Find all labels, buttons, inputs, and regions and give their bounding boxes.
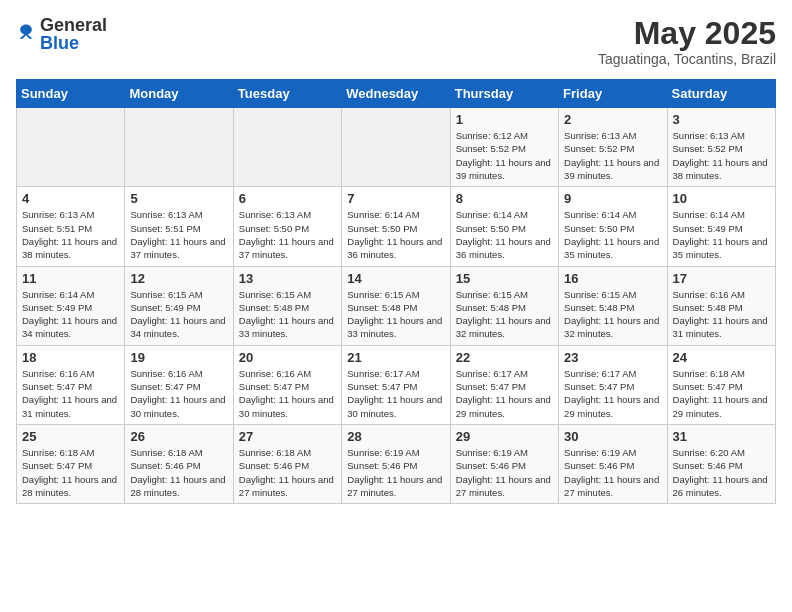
day-info: Sunrise: 6:15 AM Sunset: 5:48 PM Dayligh… <box>347 288 444 341</box>
day-info: Sunrise: 6:16 AM Sunset: 5:47 PM Dayligh… <box>130 367 227 420</box>
calendar-cell: 26Sunrise: 6:18 AM Sunset: 5:46 PM Dayli… <box>125 424 233 503</box>
day-info: Sunrise: 6:16 AM Sunset: 5:47 PM Dayligh… <box>239 367 336 420</box>
day-info: Sunrise: 6:15 AM Sunset: 5:48 PM Dayligh… <box>239 288 336 341</box>
calendar-table: SundayMondayTuesdayWednesdayThursdayFrid… <box>16 79 776 504</box>
day-number: 29 <box>456 429 553 444</box>
day-number: 13 <box>239 271 336 286</box>
day-number: 16 <box>564 271 661 286</box>
day-of-week-header: Saturday <box>667 80 775 108</box>
day-number: 28 <box>347 429 444 444</box>
calendar-cell: 23Sunrise: 6:17 AM Sunset: 5:47 PM Dayli… <box>559 345 667 424</box>
day-number: 4 <box>22 191 119 206</box>
day-number: 6 <box>239 191 336 206</box>
day-number: 3 <box>673 112 770 127</box>
day-number: 31 <box>673 429 770 444</box>
calendar-cell: 30Sunrise: 6:19 AM Sunset: 5:46 PM Dayli… <box>559 424 667 503</box>
calendar-cell <box>342 108 450 187</box>
day-info: Sunrise: 6:15 AM Sunset: 5:49 PM Dayligh… <box>130 288 227 341</box>
calendar-cell: 6Sunrise: 6:13 AM Sunset: 5:50 PM Daylig… <box>233 187 341 266</box>
calendar-cell: 4Sunrise: 6:13 AM Sunset: 5:51 PM Daylig… <box>17 187 125 266</box>
calendar-cell: 13Sunrise: 6:15 AM Sunset: 5:48 PM Dayli… <box>233 266 341 345</box>
day-info: Sunrise: 6:14 AM Sunset: 5:50 PM Dayligh… <box>564 208 661 261</box>
day-number: 1 <box>456 112 553 127</box>
calendar-week-row: 25Sunrise: 6:18 AM Sunset: 5:47 PM Dayli… <box>17 424 776 503</box>
calendar-cell: 10Sunrise: 6:14 AM Sunset: 5:49 PM Dayli… <box>667 187 775 266</box>
day-info: Sunrise: 6:17 AM Sunset: 5:47 PM Dayligh… <box>564 367 661 420</box>
calendar-cell: 16Sunrise: 6:15 AM Sunset: 5:48 PM Dayli… <box>559 266 667 345</box>
day-number: 9 <box>564 191 661 206</box>
calendar-cell: 28Sunrise: 6:19 AM Sunset: 5:46 PM Dayli… <box>342 424 450 503</box>
calendar-cell: 17Sunrise: 6:16 AM Sunset: 5:48 PM Dayli… <box>667 266 775 345</box>
calendar-cell: 14Sunrise: 6:15 AM Sunset: 5:48 PM Dayli… <box>342 266 450 345</box>
day-number: 18 <box>22 350 119 365</box>
title-block: May 2025 Taguatinga, Tocantins, Brazil <box>598 16 776 67</box>
calendar-cell <box>17 108 125 187</box>
day-info: Sunrise: 6:12 AM Sunset: 5:52 PM Dayligh… <box>456 129 553 182</box>
location: Taguatinga, Tocantins, Brazil <box>598 51 776 67</box>
calendar-cell <box>233 108 341 187</box>
header: General Blue May 2025 Taguatinga, Tocant… <box>16 16 776 67</box>
day-info: Sunrise: 6:13 AM Sunset: 5:52 PM Dayligh… <box>564 129 661 182</box>
calendar-cell: 9Sunrise: 6:14 AM Sunset: 5:50 PM Daylig… <box>559 187 667 266</box>
day-number: 30 <box>564 429 661 444</box>
calendar-cell: 11Sunrise: 6:14 AM Sunset: 5:49 PM Dayli… <box>17 266 125 345</box>
day-info: Sunrise: 6:18 AM Sunset: 5:47 PM Dayligh… <box>673 367 770 420</box>
calendar-cell: 8Sunrise: 6:14 AM Sunset: 5:50 PM Daylig… <box>450 187 558 266</box>
calendar-cell: 5Sunrise: 6:13 AM Sunset: 5:51 PM Daylig… <box>125 187 233 266</box>
day-info: Sunrise: 6:15 AM Sunset: 5:48 PM Dayligh… <box>564 288 661 341</box>
day-of-week-header: Tuesday <box>233 80 341 108</box>
calendar-cell: 1Sunrise: 6:12 AM Sunset: 5:52 PM Daylig… <box>450 108 558 187</box>
day-number: 7 <box>347 191 444 206</box>
day-info: Sunrise: 6:19 AM Sunset: 5:46 PM Dayligh… <box>456 446 553 499</box>
day-info: Sunrise: 6:15 AM Sunset: 5:48 PM Dayligh… <box>456 288 553 341</box>
day-number: 19 <box>130 350 227 365</box>
calendar-cell: 24Sunrise: 6:18 AM Sunset: 5:47 PM Dayli… <box>667 345 775 424</box>
day-info: Sunrise: 6:13 AM Sunset: 5:50 PM Dayligh… <box>239 208 336 261</box>
day-of-week-header: Friday <box>559 80 667 108</box>
day-number: 8 <box>456 191 553 206</box>
day-info: Sunrise: 6:13 AM Sunset: 5:51 PM Dayligh… <box>130 208 227 261</box>
day-info: Sunrise: 6:16 AM Sunset: 5:48 PM Dayligh… <box>673 288 770 341</box>
day-of-week-header: Monday <box>125 80 233 108</box>
month-year: May 2025 <box>598 16 776 51</box>
calendar-cell: 19Sunrise: 6:16 AM Sunset: 5:47 PM Dayli… <box>125 345 233 424</box>
day-number: 20 <box>239 350 336 365</box>
day-of-week-header: Thursday <box>450 80 558 108</box>
day-number: 14 <box>347 271 444 286</box>
calendar-cell: 31Sunrise: 6:20 AM Sunset: 5:46 PM Dayli… <box>667 424 775 503</box>
calendar-cell: 29Sunrise: 6:19 AM Sunset: 5:46 PM Dayli… <box>450 424 558 503</box>
day-info: Sunrise: 6:18 AM Sunset: 5:47 PM Dayligh… <box>22 446 119 499</box>
days-of-week-row: SundayMondayTuesdayWednesdayThursdayFrid… <box>17 80 776 108</box>
day-info: Sunrise: 6:19 AM Sunset: 5:46 PM Dayligh… <box>564 446 661 499</box>
day-number: 22 <box>456 350 553 365</box>
day-info: Sunrise: 6:14 AM Sunset: 5:49 PM Dayligh… <box>673 208 770 261</box>
logo-general: General <box>40 16 107 34</box>
calendar-cell: 18Sunrise: 6:16 AM Sunset: 5:47 PM Dayli… <box>17 345 125 424</box>
day-info: Sunrise: 6:19 AM Sunset: 5:46 PM Dayligh… <box>347 446 444 499</box>
day-number: 26 <box>130 429 227 444</box>
day-info: Sunrise: 6:14 AM Sunset: 5:49 PM Dayligh… <box>22 288 119 341</box>
day-info: Sunrise: 6:13 AM Sunset: 5:51 PM Dayligh… <box>22 208 119 261</box>
day-number: 23 <box>564 350 661 365</box>
calendar-body: 1Sunrise: 6:12 AM Sunset: 5:52 PM Daylig… <box>17 108 776 504</box>
day-number: 17 <box>673 271 770 286</box>
logo-bird-icon <box>16 22 36 42</box>
day-info: Sunrise: 6:16 AM Sunset: 5:47 PM Dayligh… <box>22 367 119 420</box>
calendar-week-row: 4Sunrise: 6:13 AM Sunset: 5:51 PM Daylig… <box>17 187 776 266</box>
day-number: 25 <box>22 429 119 444</box>
logo: General Blue <box>16 16 107 52</box>
logo-blue: Blue <box>40 34 107 52</box>
day-number: 27 <box>239 429 336 444</box>
day-info: Sunrise: 6:17 AM Sunset: 5:47 PM Dayligh… <box>456 367 553 420</box>
day-number: 10 <box>673 191 770 206</box>
day-of-week-header: Wednesday <box>342 80 450 108</box>
day-info: Sunrise: 6:20 AM Sunset: 5:46 PM Dayligh… <box>673 446 770 499</box>
day-number: 5 <box>130 191 227 206</box>
calendar-cell: 21Sunrise: 6:17 AM Sunset: 5:47 PM Dayli… <box>342 345 450 424</box>
calendar-cell: 20Sunrise: 6:16 AM Sunset: 5:47 PM Dayli… <box>233 345 341 424</box>
calendar-cell: 22Sunrise: 6:17 AM Sunset: 5:47 PM Dayli… <box>450 345 558 424</box>
calendar-cell: 27Sunrise: 6:18 AM Sunset: 5:46 PM Dayli… <box>233 424 341 503</box>
day-number: 21 <box>347 350 444 365</box>
calendar-week-row: 1Sunrise: 6:12 AM Sunset: 5:52 PM Daylig… <box>17 108 776 187</box>
day-info: Sunrise: 6:17 AM Sunset: 5:47 PM Dayligh… <box>347 367 444 420</box>
